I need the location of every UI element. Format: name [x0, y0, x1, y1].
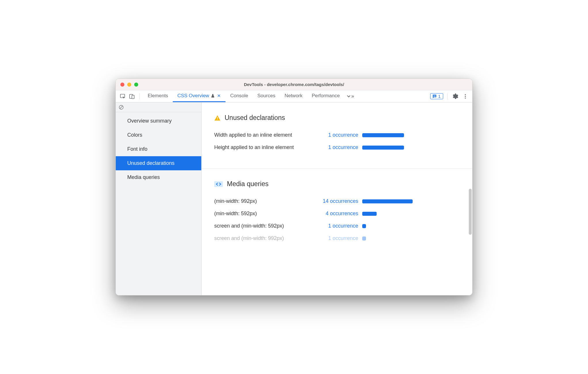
svg-rect-0: [120, 94, 125, 98]
tab-label: Performance: [312, 93, 340, 99]
window-title: DevTools - developer.chrome.com/tags/dev…: [116, 82, 472, 87]
more-tabs-icon[interactable]: »: [346, 92, 354, 100]
tab-elements[interactable]: Elements: [143, 90, 173, 102]
row-bar: [362, 199, 413, 203]
row-label: (min-width: 992px): [214, 198, 315, 204]
sidebar-item-label: Colors: [127, 132, 142, 138]
tab-sources[interactable]: Sources: [253, 90, 280, 102]
sidebar: Overview summary Colors Font info Unused…: [116, 102, 202, 295]
svg-rect-3: [433, 96, 436, 96]
media-row: screen and (min-width: 592px) 1 occurren…: [214, 223, 460, 229]
tab-network[interactable]: Network: [280, 90, 307, 102]
sidebar-item-overview-summary[interactable]: Overview summary: [116, 114, 201, 128]
svg-point-5: [465, 94, 466, 95]
svg-rect-2: [132, 95, 134, 99]
feedback-badge[interactable]: 1: [430, 93, 443, 99]
section-title: Media queries: [227, 180, 268, 188]
row-bar: [362, 133, 404, 137]
media-row: (min-width: 992px) 14 occurrences: [214, 198, 460, 204]
tab-label: CSS Overview: [177, 93, 209, 99]
devtools-toolbar: Elements CSS Overview ✕ Console Sources …: [116, 90, 472, 102]
row-label: Width applied to an inline element: [214, 132, 315, 138]
window-controls: [116, 83, 138, 87]
media-row: (min-width: 592px) 4 occurrences: [214, 211, 460, 217]
occurrence-link[interactable]: 1 occurrence: [315, 144, 358, 150]
svg-rect-10: [217, 117, 218, 119]
sidebar-item-unused-declarations[interactable]: Unused declarations: [116, 156, 201, 170]
tab-label: Sources: [257, 93, 275, 99]
occurrence-link[interactable]: 1 occurrence: [315, 223, 358, 229]
media-row: screen and (min-width: 992px) 1 occurren…: [214, 235, 460, 241]
row-bar: [362, 224, 366, 228]
occurrence-link[interactable]: 1 occurrence: [315, 235, 358, 241]
more-menu-icon[interactable]: [461, 92, 469, 100]
section-media-queries: Media queries (min-width: 992px) 14 occu…: [214, 180, 460, 259]
panel-tabs: Elements CSS Overview ✕ Console Sources …: [143, 90, 429, 102]
section-unused-declarations: Unused declarations Width applied to an …: [214, 114, 460, 168]
occurrence-link[interactable]: 4 occurrences: [315, 211, 358, 217]
sidebar-item-colors[interactable]: Colors: [116, 128, 201, 142]
unused-row: Height applied to an inline element 1 oc…: [214, 144, 460, 150]
svg-rect-11: [217, 119, 218, 120]
row-bar: [362, 146, 404, 150]
section-title: Unused declarations: [225, 114, 285, 122]
tab-console[interactable]: Console: [225, 90, 253, 102]
media-queries-icon: [214, 181, 223, 187]
warning-icon: [214, 115, 221, 121]
close-tab-icon[interactable]: ✕: [217, 93, 221, 98]
unused-row: Width applied to an inline element 1 occ…: [214, 132, 460, 138]
settings-icon[interactable]: [452, 92, 460, 100]
sidebar-item-label: Overview summary: [127, 118, 172, 124]
tab-css-overview[interactable]: CSS Overview ✕: [173, 90, 226, 102]
tab-label: Console: [230, 93, 248, 99]
content-pane[interactable]: Unused declarations Width applied to an …: [202, 102, 472, 295]
row-label: Height applied to an inline element: [214, 144, 315, 150]
flask-icon: [211, 94, 215, 98]
sidebar-item-font-info[interactable]: Font info: [116, 142, 201, 156]
sidebar-item-label: Media queries: [127, 174, 160, 180]
inspect-element-icon[interactable]: [119, 92, 127, 100]
tab-label: Network: [284, 93, 302, 99]
devtools-window: DevTools - developer.chrome.com/tags/dev…: [115, 79, 473, 295]
sidebar-list: Overview summary Colors Font info Unused…: [116, 112, 201, 184]
sidebar-item-label: Unused declarations: [127, 160, 174, 166]
svg-point-7: [465, 98, 466, 99]
svg-line-9: [120, 106, 123, 109]
row-bar: [362, 236, 366, 241]
svg-rect-4: [433, 96, 436, 96]
scrollbar-thumb[interactable]: [469, 189, 472, 235]
toolbar-divider: [447, 93, 447, 100]
toolbar-right: 1: [430, 92, 469, 100]
sidebar-item-media-queries[interactable]: Media queries: [116, 170, 201, 184]
minimize-window-button[interactable]: [127, 83, 131, 87]
occurrence-link[interactable]: 1 occurrence: [315, 132, 358, 138]
row-label: screen and (min-width: 592px): [214, 223, 315, 229]
sidebar-item-label: Font info: [127, 146, 147, 152]
chat-icon: [432, 94, 437, 99]
device-toggle-icon[interactable]: [128, 92, 136, 100]
row-label: screen and (min-width: 992px): [214, 235, 315, 241]
section-separator: [202, 168, 472, 169]
tab-performance[interactable]: Performance: [307, 90, 344, 102]
tab-label: Elements: [148, 93, 168, 99]
feedback-count: 1: [438, 94, 441, 99]
sidebar-toolbar: [116, 102, 201, 112]
close-window-button[interactable]: [120, 83, 124, 87]
maximize-window-button[interactable]: [134, 83, 138, 87]
toolbar-divider: [139, 93, 140, 100]
main-area: Overview summary Colors Font info Unused…: [116, 102, 472, 295]
occurrence-link[interactable]: 14 occurrences: [315, 198, 358, 204]
svg-point-6: [465, 96, 466, 97]
window-titlebar: DevTools - developer.chrome.com/tags/dev…: [116, 79, 472, 90]
clear-icon[interactable]: [119, 105, 124, 110]
row-bar: [362, 212, 377, 216]
row-label: (min-width: 592px): [214, 211, 315, 217]
